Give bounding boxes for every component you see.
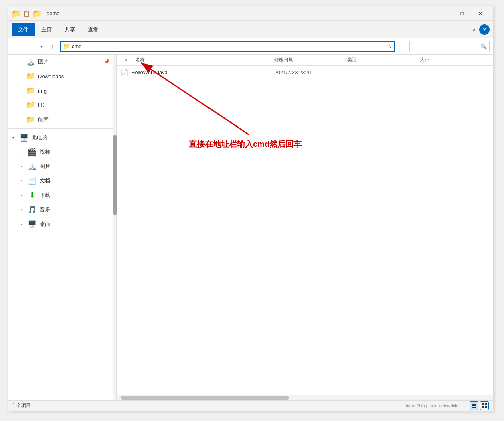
sidebar-item-downloads[interactable]: 📁 Downloads <box>8 69 113 83</box>
sidebar-item-pictures[interactable]: 🏔️ 图片 📌 <box>8 55 113 69</box>
tab-home[interactable]: 主页 <box>35 23 58 36</box>
search-bar[interactable]: 🔍 <box>409 41 490 52</box>
file-icon: 📄 <box>120 68 129 77</box>
column-header-size[interactable]: 大小 <box>417 55 490 65</box>
forward-button[interactable]: → <box>24 41 36 52</box>
window-controls: — □ ✕ <box>434 6 490 21</box>
expand-icon <box>16 73 23 79</box>
sidebar-item-documents[interactable]: › 📄 文档 <box>8 174 113 188</box>
main-content: 🏔️ 图片 📌 📁 Downloads 📁 img 📁 <box>8 55 493 400</box>
maximize-button[interactable]: □ <box>453 6 471 21</box>
videos-icon: 🎬 <box>28 148 36 156</box>
close-button[interactable]: ✕ <box>471 6 490 21</box>
address-text: cmd <box>72 43 387 49</box>
desktop-expand-icon[interactable]: › <box>18 221 24 227</box>
tab-view[interactable]: 查看 <box>81 23 105 36</box>
search-icon: 🔍 <box>480 43 487 49</box>
back-button[interactable]: ← <box>12 41 23 52</box>
ribbon-right: ∧ ? <box>471 24 490 35</box>
svg-rect-3 <box>472 405 476 406</box>
expand-icon <box>16 59 23 65</box>
help-button[interactable]: ? <box>479 24 490 35</box>
svg-rect-2 <box>472 404 476 405</box>
title-bar: 📁 📋 📁 demo — □ ✕ <box>8 6 493 21</box>
sidebar-separator <box>8 128 113 129</box>
desktop-icon: 🖥️ <box>28 220 36 229</box>
sidebar-item-thispc[interactable]: ▾ 🖥️ 此电脑 <box>8 130 113 145</box>
file-area: ∧ 名称 修改日期 类型 大小 📄 HelloWorl <box>117 55 493 400</box>
pin-icon: 📌 <box>104 59 110 65</box>
column-header-date[interactable]: 修改日期 <box>271 55 344 65</box>
expand-icon <box>16 87 23 94</box>
minimize-button[interactable]: — <box>434 6 453 21</box>
thispc-expand-icon[interactable]: ▾ <box>10 134 16 141</box>
svg-rect-6 <box>485 403 487 405</box>
history-chevron[interactable]: ▾ <box>37 41 45 52</box>
svg-rect-4 <box>472 407 476 408</box>
sidebar-wrapper: 🏔️ 图片 📌 📁 Downloads 📁 img 📁 <box>8 55 117 400</box>
sidebar-item-lk[interactable]: 📁 LK <box>8 98 113 112</box>
sidebar-item-music[interactable]: › 🎵 音乐 <box>8 202 113 217</box>
music-icon: 🎵 <box>28 205 36 214</box>
documents-icon: 📄 <box>28 176 36 185</box>
documents-expand-icon[interactable]: › <box>18 178 24 184</box>
tab-share[interactable]: 共享 <box>58 23 81 36</box>
up-button[interactable]: ↑ <box>47 41 58 52</box>
address-chevron-icon[interactable]: ∨ <box>389 44 392 49</box>
column-header-type[interactable]: 类型 <box>344 55 417 65</box>
videos-expand-icon[interactable]: › <box>18 149 24 155</box>
tab-file[interactable]: 文件 <box>12 23 35 36</box>
expand-icon <box>16 116 23 123</box>
sidebar-scrollbar-thumb <box>113 135 117 215</box>
column-header-name[interactable]: 名称 <box>132 55 271 65</box>
sidebar-item-downloads2[interactable]: › ⬇ 下载 <box>8 188 113 202</box>
pictures-icon: 🏔️ <box>26 57 35 66</box>
table-row[interactable]: 📄 HelloWorld.java 2021/7/23 23:41 <box>117 66 493 79</box>
details-view-button[interactable] <box>470 401 478 410</box>
sidebar-item-pictures2[interactable]: › 🏔️ 图片 <box>8 159 113 174</box>
address-bar[interactable]: 📁 cmd ∨ <box>60 41 395 52</box>
search-input[interactable] <box>412 44 479 49</box>
svg-rect-8 <box>485 406 487 408</box>
pictures2-icon: 🏔️ <box>28 162 36 171</box>
sidebar-item-videos[interactable]: › 🎬 视频 <box>8 145 113 159</box>
downloads2-expand-icon[interactable]: › <box>18 192 24 198</box>
lk-icon: 📁 <box>26 101 35 109</box>
sidebar-item-desktop[interactable]: › 🖥️ 桌面 <box>8 217 113 231</box>
file-list-header: ∧ 名称 修改日期 类型 大小 <box>117 55 493 66</box>
expand-icon <box>16 102 23 108</box>
svg-rect-5 <box>482 403 484 405</box>
address-folder-icon: 📁 <box>63 43 70 50</box>
title-note-icon: 📋 <box>22 9 31 18</box>
sidebar-item-img[interactable]: 📁 img <box>8 83 113 98</box>
file-list: 📄 HelloWorld.java 2021/7/23 23:41 <box>117 66 493 395</box>
config-icon: 📁 <box>26 115 35 124</box>
file-name: HelloWorld.java <box>131 69 275 75</box>
img-icon: 📁 <box>26 86 35 95</box>
downloads2-icon: ⬇ <box>28 191 36 200</box>
navigation-bar: ← → ▾ ↑ 📁 cmd ∨ → 🔍 <box>8 38 493 55</box>
thispc-icon: 🖥️ <box>20 133 28 142</box>
ribbon-collapse-icon[interactable]: ∧ <box>471 25 478 34</box>
file-explorer-window: 📁 📋 📁 demo — □ ✕ 文件 主页 共享 查看 ∧ ? <box>8 6 493 411</box>
status-right: https://blog.csdn.net/weixin_... <box>406 401 489 410</box>
sidebar: 🏔️ 图片 📌 📁 Downloads 📁 img 📁 <box>8 55 113 400</box>
navigate-button[interactable]: → <box>397 41 408 52</box>
downloads-icon: 📁 <box>26 72 35 81</box>
horizontal-scrollbar-thumb <box>121 396 289 400</box>
pictures2-expand-icon[interactable]: › <box>18 163 24 170</box>
title-bar-icons: 📁 📋 📁 <box>12 9 41 18</box>
sidebar-item-config[interactable]: 📁 配置 <box>8 112 113 127</box>
window-title: demo <box>45 10 434 16</box>
music-expand-icon[interactable]: › <box>18 206 24 213</box>
horizontal-scrollbar[interactable] <box>117 395 493 400</box>
large-icons-view-button[interactable] <box>480 401 489 410</box>
title-folder-icon: 📁 <box>12 9 20 18</box>
sort-chevron-icon[interactable]: ∧ <box>125 58 128 62</box>
status-bar: 1 个项目 https://blog.csdn.net/weixin_... <box>8 400 493 411</box>
file-date: 2021/7/23 23:41 <box>275 69 346 75</box>
svg-rect-7 <box>482 406 484 408</box>
sidebar-scrollbar[interactable] <box>113 55 116 400</box>
item-count: 1 个项目 <box>12 402 31 409</box>
title-folder2-icon: 📁 <box>32 9 41 18</box>
